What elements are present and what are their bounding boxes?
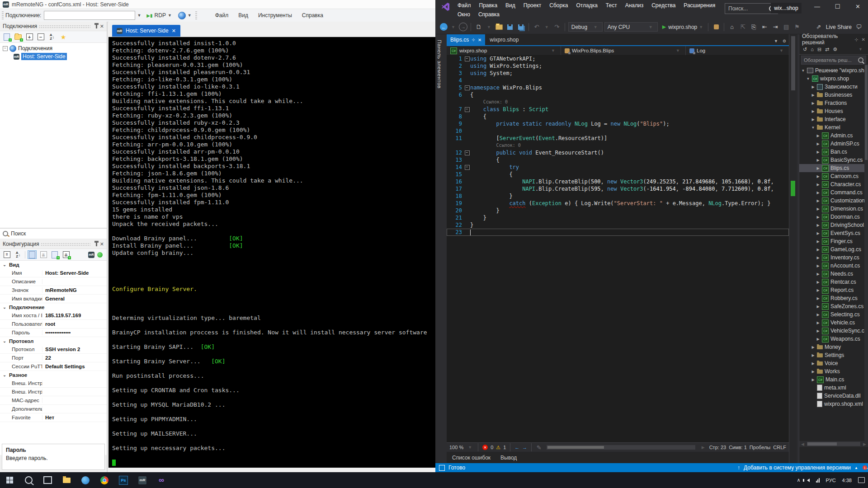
network-icon[interactable] — [813, 472, 823, 488]
line-number[interactable] — [447, 142, 464, 149]
collapse-icon[interactable]: ⌄ — [0, 373, 9, 377]
maximize-button[interactable]: ☐ — [827, 0, 848, 13]
expand-arrow-icon[interactable]: ▶ — [811, 93, 815, 97]
menu-Справка[interactable]: Справка — [474, 10, 504, 19]
tree-item-Selecting.cs[interactable]: ▶C#Selecting.cs — [799, 310, 868, 319]
chevron-down-icon[interactable]: ▼ — [449, 25, 457, 29]
expand-arrow-icon[interactable]: ▶ — [811, 353, 815, 357]
tree-item-Voice[interactable]: ▶Voice — [799, 359, 868, 367]
tree-item-SafeZones.cs[interactable]: ▶C#SafeZones.cs — [799, 302, 868, 310]
properties-icon[interactable]: ⚙ — [833, 47, 837, 52]
save-icon[interactable] — [505, 23, 514, 32]
platform-combobox[interactable]: Any CPU ▼ — [604, 22, 658, 32]
home-icon[interactable]: ⌂ — [811, 47, 814, 52]
scroll-left-icon[interactable]: ◀ — [799, 442, 806, 446]
tab-error-list[interactable]: Список ошибок — [452, 455, 491, 461]
property-row[interactable]: Дополнительно — [0, 405, 107, 413]
expand-arrow-icon[interactable]: ▶ — [816, 231, 820, 235]
inheritance-view-icon[interactable]: 品 — [39, 250, 48, 259]
expand-arrow-icon[interactable]: ▶ — [811, 378, 815, 382]
property-row[interactable]: ЗначокmRemoteNG — [0, 286, 107, 295]
notification-center-icon[interactable] — [855, 472, 868, 488]
line-number[interactable]: 15 — [447, 171, 464, 178]
expand-arrow-icon[interactable]: ▶ — [816, 207, 820, 211]
expand-arrow-icon[interactable]: ▶ — [816, 272, 820, 276]
save-all-icon[interactable] — [516, 23, 525, 32]
redo-icon[interactable]: ↷ — [552, 23, 561, 32]
expand-arrow-icon[interactable]: ▶ — [816, 248, 820, 252]
property-row[interactable]: Порт22 — [0, 354, 107, 362]
property-row[interactable]: FavoriteНет — [0, 413, 107, 422]
property-value[interactable]: SSH version 2 — [42, 347, 80, 352]
fold-collapse-icon[interactable]: − — [464, 106, 470, 113]
tree-item-Main.cs[interactable]: ▶C#Main.cs — [799, 375, 868, 384]
protocol-label[interactable]: RDP — [155, 12, 166, 19]
close-icon[interactable]: ✕ — [100, 242, 104, 247]
expand-arrow-icon[interactable]: ▶ — [816, 305, 820, 309]
menu-Вид[interactable]: Вид — [501, 1, 519, 10]
menu-Сборка[interactable]: Сборка — [545, 1, 572, 10]
pin-icon[interactable] — [96, 24, 97, 28]
menu-Правка[interactable]: Правка — [475, 1, 502, 10]
mremoteng-titlebar[interactable]: mR mRemoteNG - confCons.xml - Host: Serv… — [0, 0, 435, 9]
solution-explorer-search[interactable]: Обозреватель реш... — [801, 56, 866, 65]
vs-search-box[interactable]: Поиск... — [725, 3, 778, 14]
minimize-button[interactable]: — — [807, 0, 827, 13]
property-row[interactable]: ИмяHost: Server-Side — [0, 269, 107, 277]
photoshop-icon[interactable]: Ps — [114, 472, 133, 488]
tree-item-Решение "wixpro.shop"[interactable]: ▼Решение "wixpro.shop" — [799, 66, 868, 75]
explorer-icon[interactable] — [57, 472, 76, 488]
menu-Отладка[interactable]: Отладка — [572, 1, 601, 10]
tree-item-Customization.cs[interactable]: ▶C#Customization.cs — [799, 197, 868, 205]
property-section-Подключение[interactable]: ⌄Подключение — [0, 303, 107, 311]
errors-icon[interactable]: ✕ — [482, 445, 488, 450]
expand-arrow-icon[interactable]: ▶ — [816, 142, 820, 146]
line-number[interactable]: 3 — [447, 70, 464, 77]
chevron-down-icon[interactable]: ▼ — [543, 25, 551, 29]
new-project-icon[interactable]: 🗋 — [474, 23, 483, 32]
globe-icon[interactable] — [178, 12, 186, 19]
language-indicator[interactable]: РУС — [823, 472, 839, 488]
menu-Справка[interactable]: Справка — [297, 11, 328, 20]
expand-arrow-icon[interactable]: ▶ — [816, 329, 820, 333]
tree-item-Robbery.cs[interactable]: ▶C#Robbery.cs — [799, 294, 868, 302]
add-property-icon[interactable]: + — [50, 250, 59, 259]
line-number[interactable]: 9 — [447, 120, 464, 127]
increase-indent-icon[interactable]: ⇥ — [771, 23, 780, 32]
line-number[interactable]: 11 — [447, 135, 464, 142]
expand-arrow-icon[interactable]: ▶ — [811, 85, 815, 89]
tab-options-icon[interactable]: ⚙ — [783, 39, 786, 43]
tab-blips-cs[interactable]: Blips.cs ⊹ ✕ — [447, 34, 485, 45]
tree-item-Finger.cs[interactable]: ▶C#Finger.cs — [799, 237, 868, 245]
line-number[interactable]: 16 — [447, 178, 464, 185]
property-row[interactable]: Сессии PuTTYDefault Settings — [0, 362, 107, 371]
menu-Окно[interactable]: Окно — [453, 10, 474, 19]
ssh-terminal[interactable]: Successfully installed insist-1.0.0Fetch… — [108, 37, 435, 468]
comment-icon[interactable]: ▤ — [782, 23, 791, 32]
breadcrumb-member[interactable]: Log ▼ — [686, 46, 789, 55]
tree-item-Settings[interactable]: ▶Settings — [799, 351, 868, 359]
tree-item-BasicSync.cs[interactable]: ▶C#BasicSync.cs — [799, 156, 868, 164]
search-icon[interactable] — [19, 472, 38, 488]
property-row[interactable]: Пароль•••••••••••••• — [0, 328, 107, 337]
sync-icon[interactable]: ⇄ — [825, 47, 829, 52]
tree-item-Interface[interactable]: ▶Interface — [799, 115, 868, 123]
navigate-back-icon[interactable]: ← — [514, 445, 519, 450]
expand-arrow-icon[interactable]: ▶ — [816, 313, 820, 317]
expand-arrow-icon[interactable]: ▶ — [816, 223, 820, 227]
tree-item-Ban.cs[interactable]: ▶C#Ban.cs — [799, 148, 868, 156]
tray-chevron-up-icon[interactable]: ∧ — [793, 472, 803, 488]
close-icon[interactable]: ✕ — [862, 37, 865, 42]
warnings-icon[interactable]: ⚠ — [496, 445, 500, 450]
navigate-forward-icon[interactable]: → — [459, 23, 467, 31]
tree-item-ServiceData.dll[interactable]: ServiceData.dll — [799, 392, 868, 400]
line-number[interactable]: 1 — [447, 55, 464, 62]
sort-az-icon[interactable]: AZ↓ — [47, 33, 57, 41]
scroll-right-icon[interactable]: ▶ — [861, 442, 868, 446]
tree-item-AdminSP.cs[interactable]: ▶C#AdminSP.cs — [799, 140, 868, 148]
tab-output[interactable]: Вывод — [500, 455, 517, 461]
property-value[interactable]: mRemoteNG — [42, 287, 77, 293]
property-row[interactable]: ПротоколSSH version 2 — [0, 345, 107, 354]
expand-arrow-icon[interactable]: ▶ — [816, 256, 820, 260]
quick-connect-input[interactable] — [44, 11, 135, 20]
